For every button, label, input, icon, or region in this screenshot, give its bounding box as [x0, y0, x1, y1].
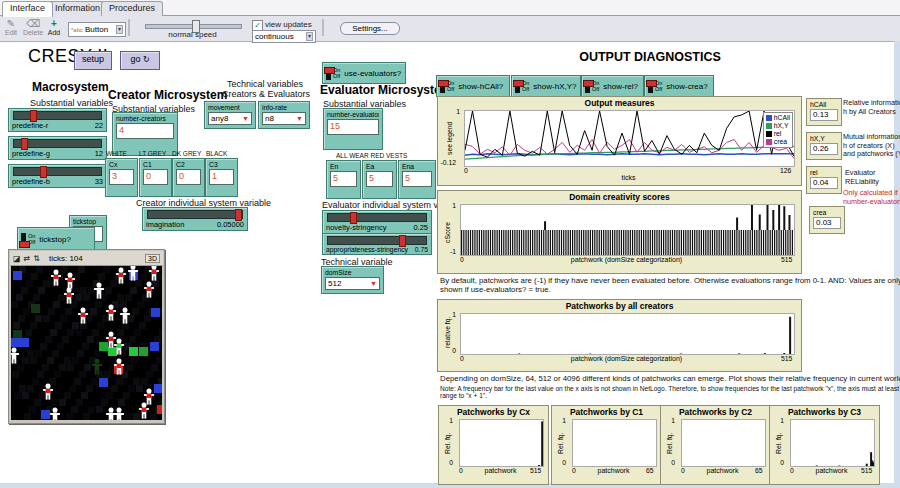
- c2-input[interactable]: C2 0: [172, 158, 205, 197]
- update-mode-dropdown[interactable]: continuous ▾: [252, 30, 316, 43]
- slider-predefine-g[interactable]: predefine-g12: [8, 136, 107, 160]
- show-hxy-switch[interactable]: OnOff show-hX,Y?: [511, 75, 581, 97]
- switch-handle[interactable]: [646, 80, 657, 87]
- use-evaluators-switch[interactable]: OnOff use-evaluators?: [322, 62, 406, 84]
- tab-interface[interactable]: Interface: [2, 1, 53, 17]
- show-rel-switch[interactable]: OnOff show-rel?: [581, 75, 644, 97]
- ena-input[interactable]: Ena 5: [398, 160, 436, 199]
- pencil-icon: ✎: [2, 19, 20, 29]
- axis-note-line1: Note: A frequency bar for the last value…: [440, 385, 899, 392]
- slider-track[interactable]: [147, 210, 243, 219]
- edit-button[interactable]: ✎ Edit: [2, 19, 20, 36]
- domsize-chooser[interactable]: domSize 512▼: [321, 266, 384, 294]
- slider-thumb[interactable]: [235, 209, 242, 221]
- slider-thumb[interactable]: [30, 110, 37, 122]
- slider-track[interactable]: [13, 139, 102, 148]
- switch-slot: [648, 80, 653, 93]
- c1-input[interactable]: C1 0: [139, 158, 172, 197]
- delete-button[interactable]: ⌫ Delete: [22, 19, 44, 36]
- domain-creativity-plot: Domain creativity scores 1 -1 cScore 0 5…: [437, 190, 802, 274]
- hcall-note: Relative informationh by All Creators: [843, 99, 900, 116]
- speed-label: normal speed: [145, 30, 240, 39]
- vertical-arrows-icon[interactable]: ⇅: [33, 254, 40, 263]
- toolbar-separator: [322, 19, 324, 36]
- view-updates-label: view updates: [265, 20, 312, 29]
- dropdown-triangle-icon: ▼: [242, 115, 249, 122]
- movement-chooser[interactable]: movement any8▼: [204, 101, 256, 129]
- switch-slot: [440, 80, 445, 93]
- slider-track[interactable]: [13, 167, 102, 176]
- ea-input[interactable]: Ea 5: [362, 160, 397, 199]
- horizontal-arrows-icon[interactable]: ⇄: [24, 254, 31, 263]
- legend-swatch-rel: [766, 131, 772, 137]
- slider-thumb[interactable]: [350, 212, 357, 224]
- tickstop-switch[interactable]: OnOff tickstop?: [17, 227, 95, 251]
- show-crea-switch[interactable]: OnOff show-crea?: [644, 75, 714, 97]
- slider-thumb[interactable]: [21, 138, 28, 150]
- switch-handle[interactable]: [513, 80, 524, 87]
- shade-toggle-icon[interactable]: ◪: [13, 254, 21, 263]
- patchworks-c3-plot: Patchworks by C3 1 0 Rel. fq. 0 515 patc…: [769, 405, 880, 485]
- speed-slider[interactable]: [145, 24, 242, 29]
- cx-input[interactable]: Cx 3: [105, 158, 138, 197]
- output-measures-plot: Output measures hCAll hX,Y rel crea 1 -0…: [437, 96, 802, 186]
- forever-icon: ↻: [143, 55, 150, 64]
- c3-input[interactable]: C3 1: [205, 158, 238, 197]
- slider-predefine-r[interactable]: predefine-r22: [8, 108, 107, 132]
- widget-type-dropdown[interactable]: *abc Button ▾: [68, 22, 126, 37]
- add-button[interactable]: + Add: [46, 19, 62, 36]
- switch-handle[interactable]: [583, 80, 594, 87]
- black-label: BLACK: [206, 150, 227, 157]
- settings-button[interactable]: Settings...: [340, 22, 400, 35]
- legend-swatch-crea: [766, 139, 772, 145]
- info-rate-chooser[interactable]: info-rate n8▼: [258, 101, 310, 129]
- slider-thumb[interactable]: [40, 166, 47, 178]
- output-measures-canvas: [465, 111, 794, 166]
- go-button[interactable]: go ↻: [120, 51, 160, 70]
- patchworks-cx-canvas: [460, 420, 543, 466]
- domain-note-line1: By default, patchworks are (-1) if they …: [440, 276, 900, 285]
- slider-track[interactable]: [327, 236, 427, 245]
- all-creators-plot: Patchworks by all creators 1 0 relative …: [437, 299, 802, 372]
- all-creators-canvas: [461, 314, 794, 354]
- show-hcall-switch[interactable]: OnOff show-hCAll?: [436, 75, 510, 97]
- world-agents: [11, 266, 162, 420]
- slider-predefine-b[interactable]: predefine-b33: [8, 164, 107, 188]
- plus-icon: +: [46, 19, 62, 29]
- tech-vars-label-2: Creators & Evaluators: [222, 89, 310, 99]
- view-3d-button[interactable]: 3D: [145, 254, 160, 263]
- en-input[interactable]: En 5: [326, 160, 361, 199]
- slider-thumb[interactable]: [399, 235, 406, 247]
- switch-slot: [21, 233, 26, 246]
- number-evaluators-input[interactable]: number-evaluators 15: [323, 108, 383, 150]
- legend-swatch-hcall: [766, 115, 772, 121]
- switch-slot: [326, 67, 331, 80]
- trash-icon: ⌫: [22, 19, 44, 29]
- rel-monitor: rel 0.04: [806, 166, 842, 194]
- slider-appropriateness-stringency[interactable]: appropriateness-stringency0.75: [322, 233, 432, 255]
- tab-information[interactable]: Information: [47, 1, 108, 16]
- plot-legend: hCAll hX,Y rel crea: [763, 112, 793, 148]
- toolbar-separator: [128, 19, 130, 36]
- slider-track[interactable]: [327, 213, 427, 222]
- dropdown-triangle-icon: ▼: [296, 115, 303, 122]
- dropdown-triangle-icon: ▼: [370, 280, 377, 287]
- macro-sub-label: Substantial variables: [30, 98, 113, 108]
- axis-note-line2: range to "x + 1".: [440, 392, 487, 399]
- switch-slot: [585, 80, 590, 93]
- rel-note: EvaluatorRELiability: [845, 169, 879, 186]
- ticks-counter: ticks: 104: [49, 254, 83, 263]
- red-vests-label: ALL WEAR RED VESTS: [336, 152, 407, 159]
- dk-grey-label: DK GREY: [172, 150, 201, 157]
- switch-slot: [515, 80, 520, 93]
- tab-procedures[interactable]: Procedures: [101, 1, 163, 16]
- slider-track[interactable]: [13, 111, 102, 120]
- switch-handle[interactable]: [324, 67, 335, 74]
- switch-handle[interactable]: [438, 80, 449, 87]
- setup-button[interactable]: setup: [74, 51, 112, 70]
- domain-note-line2: shown if use-evaluators? = true.: [440, 285, 551, 294]
- slider-novelty-stringency[interactable]: novelty-stringency0.25: [322, 210, 432, 234]
- switch-handle[interactable]: [19, 241, 30, 248]
- slider-imagination[interactable]: imagination0.05000: [142, 207, 248, 231]
- world-view: ◪ ⇄ ⇅ ticks: 104 3D: [8, 249, 165, 424]
